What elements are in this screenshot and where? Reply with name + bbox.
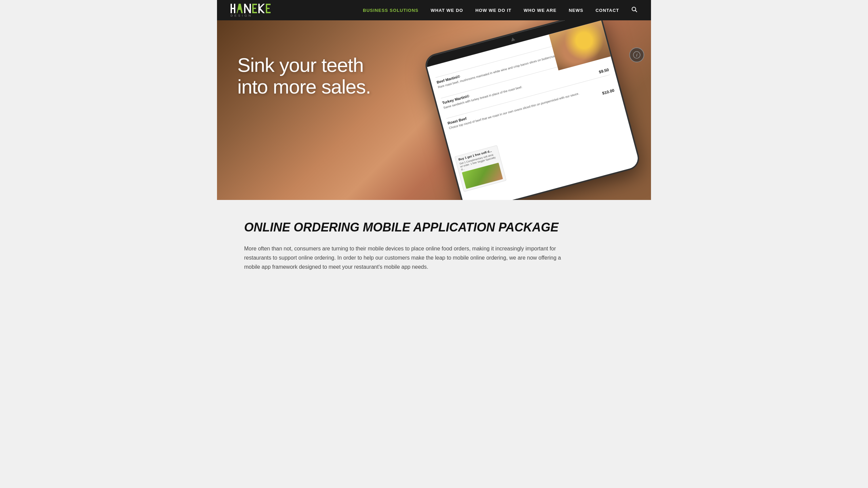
svg-rect-10	[252, 12, 257, 13]
nav-item-who-we-are[interactable]: WHO WE ARE	[524, 8, 557, 13]
nav-item-how-we-do-it[interactable]: HOW WE DO IT	[475, 8, 512, 13]
logo-name: DESIGN	[231, 2, 292, 18]
search-button[interactable]	[631, 6, 637, 14]
content-section: ONLINE ORDERING MOBILE APPLICATION PACKA…	[217, 200, 651, 292]
search-icon	[631, 6, 637, 13]
main-nav: BUSINESS SOLUTIONS WHAT WE DO HOW WE DO …	[363, 6, 637, 14]
hero-headline-line2: into more sales.	[237, 76, 371, 98]
site-header: DESIGN BUSINESS SOLUTIONS WHAT WE DO HOW…	[217, 0, 651, 20]
hero-headline-line1: Sink your teeth	[237, 54, 363, 76]
svg-rect-16	[266, 12, 271, 13]
svg-rect-15	[266, 8, 270, 9]
svg-rect-2	[234, 4, 235, 13]
nav-item-what-we-do[interactable]: WHAT WE DO	[431, 8, 463, 13]
info-circle-button[interactable]: i	[629, 47, 644, 62]
svg-text:DESIGN: DESIGN	[231, 14, 253, 17]
hero-section: Sink your teeth into more sales. i SANDW…	[217, 20, 651, 200]
svg-rect-4	[239, 8, 241, 9]
logo[interactable]: DESIGN	[231, 2, 292, 18]
svg-marker-6	[244, 4, 251, 13]
svg-text:i: i	[636, 53, 637, 58]
info-icon: i	[633, 51, 640, 59]
phone-triangle-icon	[510, 37, 515, 41]
hero-text: Sink your teeth into more sales.	[237, 54, 371, 98]
logo-svg: DESIGN	[231, 2, 292, 17]
section-body: More often than not, consumers are turni…	[244, 244, 570, 272]
svg-rect-9	[252, 8, 256, 9]
nav-item-contact[interactable]: CONTACT	[595, 8, 619, 13]
nav-item-business-solutions[interactable]: BUSINESS SOLUTIONS	[363, 8, 418, 13]
hero-headline: Sink your teeth into more sales.	[237, 54, 371, 98]
nav-item-news[interactable]: NEWS	[569, 8, 583, 13]
section-title: ONLINE ORDERING MOBILE APPLICATION PACKA…	[244, 220, 624, 235]
svg-rect-14	[266, 4, 271, 5]
phone-promo-banner: Buy 1 get 1 free soft d... Get 1 Complim…	[454, 145, 507, 192]
svg-line-19	[635, 10, 637, 12]
svg-rect-8	[252, 4, 257, 5]
